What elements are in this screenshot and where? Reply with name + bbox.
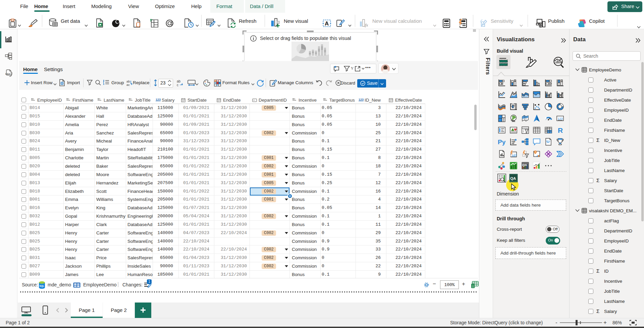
- svg-text:SQL: SQL: [40, 285, 45, 287]
- svg-text:123: 123: [558, 117, 563, 120]
- svg-text:c: c: [177, 83, 178, 87]
- svg-text:123: 123: [512, 153, 517, 157]
- svg-text:QA: QA: [510, 176, 516, 180]
- svg-text:R: R: [558, 126, 563, 134]
- svg-text:Py: Py: [498, 139, 506, 146]
- svg-text:ac: ac: [126, 83, 130, 87]
- svg-text:A: A: [325, 20, 329, 27]
- svg-text:QA: QA: [522, 163, 527, 167]
- svg-text:fx: fx: [365, 22, 368, 28]
- svg-text:ab: ab: [177, 79, 181, 83]
- svg-text:DAX: DAX: [5, 73, 10, 75]
